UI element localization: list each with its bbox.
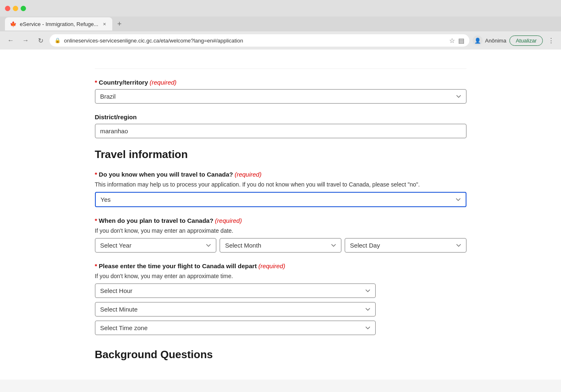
year-select[interactable]: Select Year <box>95 238 217 253</box>
travel-plan-required-marker: * <box>95 217 97 224</box>
refresh-button[interactable]: ↻ <box>35 35 46 46</box>
district-label: District/region <box>95 113 466 120</box>
travel-plan-field-group: * When do you plan to travel to Canada? … <box>95 217 466 253</box>
flight-time-label-text: Please enter the time your flight to Can… <box>99 262 257 269</box>
month-select[interactable]: Select Month <box>220 238 341 253</box>
address-actions: ☆ ▤ <box>449 37 464 45</box>
background-questions-heading: Background Questions <box>95 345 466 361</box>
address-bar-row: ← → ↻ 🔒 onlineservices-servicesenligne.c… <box>0 31 561 50</box>
country-select[interactable]: Brazil <box>95 89 466 104</box>
travel-know-select[interactable]: Yes No <box>95 192 466 207</box>
form-container: * Country/territory (required) Brazil Di… <box>83 50 479 378</box>
tab-label: eService - Immigration, Refuge... <box>20 21 98 27</box>
country-required-text: (required) <box>150 79 177 86</box>
profile-icon-symbol: 👤 <box>474 38 481 44</box>
more-options-button[interactable]: ⋮ <box>546 37 556 45</box>
lock-icon: 🔒 <box>54 38 61 43</box>
flight-time-required-marker: * <box>95 262 97 269</box>
flight-time-required-text: (required) <box>258 262 285 269</box>
travel-know-label: * Do you know when you will travel to Ca… <box>95 171 466 178</box>
district-input[interactable] <box>95 124 466 138</box>
flight-time-hint: If you don't know, you may enter an appr… <box>95 273 466 279</box>
travel-plan-hint: If you don't know, you may enter an appr… <box>95 227 466 234</box>
reader-mode-icon[interactable]: ▤ <box>458 37 464 45</box>
district-field-group: District/region <box>95 113 466 138</box>
update-button[interactable]: Atualizar <box>509 35 543 46</box>
tab-close-button[interactable]: ✕ <box>102 21 107 27</box>
forward-button[interactable]: → <box>20 35 31 46</box>
timezone-select[interactable]: Select Time zone <box>95 321 376 335</box>
address-text: onlineservices-servicesenligne.cic.gc.ca… <box>64 38 446 44</box>
minimize-button[interactable] <box>13 6 18 11</box>
maximize-button[interactable] <box>21 6 26 11</box>
country-label: * Country/territory (required) <box>95 79 466 86</box>
country-required-marker: * <box>95 79 97 86</box>
new-tab-button[interactable]: + <box>114 20 125 28</box>
time-selects: Select Hour Select Minute Select Time zo… <box>95 283 376 335</box>
tab-favicon-icon: 🍁 <box>10 21 17 27</box>
flight-time-field-group: * Please enter the time your flight to C… <box>95 262 466 335</box>
top-section <box>95 58 466 69</box>
travel-section-heading: Travel information <box>95 148 466 161</box>
travel-know-label-text: Do you know when you will travel to Cana… <box>99 171 233 178</box>
travel-plan-label: * When do you plan to travel to Canada? … <box>95 217 466 224</box>
close-button[interactable] <box>5 6 10 11</box>
travel-know-required-text: (required) <box>234 171 261 178</box>
travel-plan-required-text: (required) <box>215 217 242 224</box>
browser-chrome: 🍁 eService - Immigration, Refuge... ✕ + … <box>0 0 561 50</box>
page-content: * Country/territory (required) Brazil Di… <box>0 50 561 380</box>
travel-know-required-marker: * <box>95 171 97 178</box>
tab-bar: 🍁 eService - Immigration, Refuge... ✕ + <box>0 17 561 31</box>
profile-label: Anônima <box>485 38 506 44</box>
profile-button[interactable]: 👤 Anônima <box>473 35 506 45</box>
hour-select[interactable]: Select Hour <box>95 283 376 298</box>
profile-avatar: 👤 <box>473 35 483 45</box>
country-field-group: * Country/territory (required) Brazil <box>95 79 466 104</box>
day-select[interactable]: Select Day <box>345 238 466 253</box>
title-bar <box>0 0 561 17</box>
minute-select[interactable]: Select Minute <box>95 302 376 316</box>
traffic-lights <box>5 6 26 11</box>
address-bar[interactable]: 🔒 onlineservices-servicesenligne.cic.gc.… <box>50 34 469 47</box>
district-label-text: District/region <box>95 113 137 120</box>
travel-know-field-group: * Do you know when you will travel to Ca… <box>95 171 466 207</box>
travel-plan-label-text: When do you plan to travel to Canada? <box>99 217 213 224</box>
flight-time-label: * Please enter the time your flight to C… <box>95 262 466 269</box>
travel-know-hint: This information may help us to process … <box>95 181 466 188</box>
bookmark-icon[interactable]: ☆ <box>449 37 455 45</box>
country-label-text: Country/territory <box>99 79 148 86</box>
active-tab[interactable]: 🍁 eService - Immigration, Refuge... ✕ <box>5 17 112 31</box>
date-row: Select Year Select Month Select Day <box>95 238 466 253</box>
back-button[interactable]: ← <box>5 35 17 46</box>
